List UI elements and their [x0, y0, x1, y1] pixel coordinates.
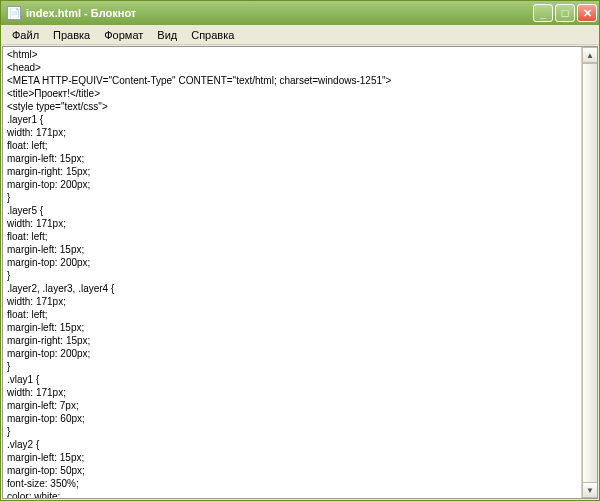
menu-edit[interactable]: Правка	[46, 27, 97, 43]
vertical-scrollbar[interactable]: ▲ ▼	[581, 47, 597, 498]
close-button[interactable]: ✕	[577, 4, 597, 22]
editor-wrap: <html> <head> <META HTTP-EQUIV="Content-…	[2, 46, 598, 499]
menu-file[interactable]: Файл	[5, 27, 46, 43]
menu-view[interactable]: Вид	[150, 27, 184, 43]
scroll-thumb[interactable]	[582, 63, 598, 483]
editor-content: <html> <head> <META HTTP-EQUIV="Content-…	[7, 49, 458, 498]
notepad-window: 📄 index.html - Блокнот _ □ ✕ Файл Правка…	[0, 0, 600, 501]
scroll-up-button[interactable]: ▲	[582, 47, 598, 63]
window-title: index.html - Блокнот	[26, 7, 533, 19]
titlebar[interactable]: 📄 index.html - Блокнот _ □ ✕	[1, 1, 599, 25]
text-editor[interactable]: <html> <head> <META HTTP-EQUIV="Content-…	[3, 47, 581, 498]
scroll-down-button[interactable]: ▼	[582, 482, 598, 498]
maximize-button[interactable]: □	[555, 4, 575, 22]
minimize-button[interactable]: _	[533, 4, 553, 22]
window-controls: _ □ ✕	[533, 4, 597, 22]
menu-format[interactable]: Формат	[97, 27, 150, 43]
menu-help[interactable]: Справка	[184, 27, 241, 43]
app-icon: 📄	[7, 6, 21, 20]
menubar: Файл Правка Формат Вид Справка	[1, 25, 599, 45]
